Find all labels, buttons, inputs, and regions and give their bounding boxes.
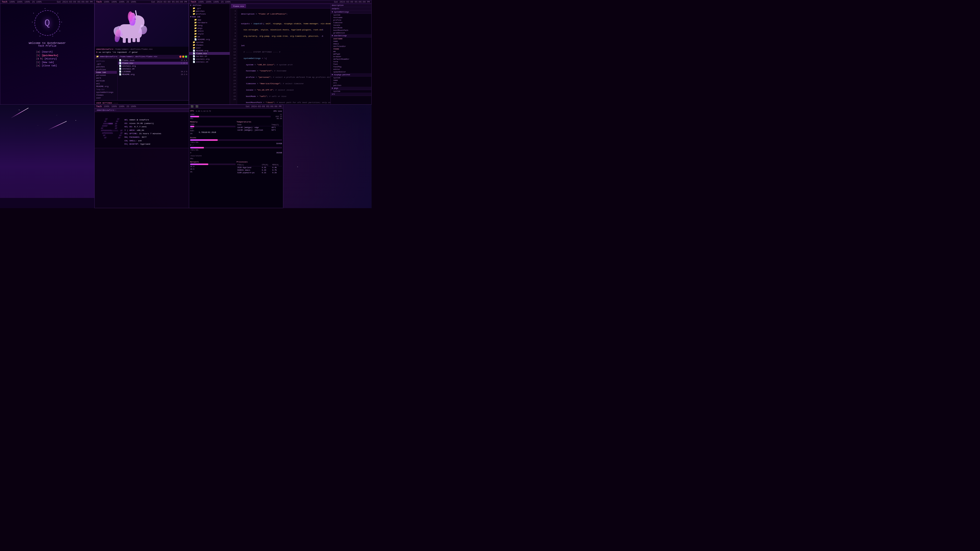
ft-patches[interactable]: 📁patches bbox=[189, 10, 230, 13]
rp-email[interactable]: email bbox=[331, 43, 371, 45]
fm-file-license[interactable]: 📄 LICENSE 34.2 K bbox=[118, 70, 188, 73]
wm-buttons bbox=[180, 56, 187, 58]
ft-root[interactable]: ▼ .dotfiles bbox=[189, 4, 230, 7]
ft-hardware[interactable]: 📁hardware bbox=[189, 21, 230, 24]
rp-wm[interactable]: wm bbox=[331, 50, 371, 53]
rp-system[interactable]: system bbox=[331, 14, 371, 16]
ft-themes[interactable]: 📁themes bbox=[189, 44, 230, 46]
mascot-art bbox=[107, 9, 153, 50]
sm-temp-row2: card0 (amdgpu): junction 58°C bbox=[237, 129, 282, 131]
tag-tech: Tech bbox=[2, 1, 7, 3]
rp-grubdevice[interactable]: grubDevice bbox=[331, 32, 371, 34]
neo-packages: MA| PACKAGES: 3577 bbox=[124, 135, 161, 139]
max-btn[interactable] bbox=[185, 56, 187, 58]
fm-item-profiles[interactable]: profiles bbox=[95, 68, 117, 71]
ft-pkgs[interactable]: 📁pkgs bbox=[189, 27, 230, 30]
sm-disks-section: Disks /dev/dm-0 / 564GB /dev/dm-0 /nix/s… bbox=[190, 137, 282, 160]
rp-bootmode[interactable]: bootMode bbox=[331, 27, 371, 29]
sm-net-bar bbox=[190, 164, 235, 165]
fm-file-flakenix[interactable]: 📄 flake.nix 2.26 K bbox=[118, 62, 188, 65]
ft-user[interactable]: 📁user bbox=[189, 46, 230, 49]
rp-term[interactable]: term bbox=[331, 60, 371, 63]
neo-desktop: RI| DESKTOP: hyprland bbox=[124, 142, 161, 146]
rp-font[interactable]: font bbox=[331, 63, 371, 65]
sm-proc-row1: 2520 Hyprland 0.35 0.4% bbox=[237, 166, 282, 169]
fm-file-readmeorg[interactable]: 📄 README.org 20.3 K bbox=[118, 73, 188, 76]
ft-profiles[interactable]: 📁profiles bbox=[189, 13, 230, 15]
rp-name[interactable]: name bbox=[331, 40, 371, 43]
fm-item-wsl[interactable]: wsl bbox=[95, 82, 117, 85]
editor-content-area[interactable]: 1234567891011121314151617181920212223242… bbox=[230, 8, 331, 104]
ft-style[interactable]: 📁style bbox=[189, 32, 230, 35]
ft-shell[interactable]: 📁shell bbox=[189, 30, 230, 32]
ft-lang[interactable]: 📁lang bbox=[189, 24, 230, 27]
ft-flakenix[interactable]: 📄flake.nix bbox=[189, 52, 230, 55]
rp-np-name[interactable]: name bbox=[331, 79, 371, 82]
rp-username[interactable]: username bbox=[331, 38, 371, 40]
ft-app[interactable]: 📁app bbox=[189, 18, 230, 21]
fm-item-readme[interactable]: README.org bbox=[95, 85, 117, 88]
close-btn[interactable] bbox=[180, 56, 181, 58]
ft-installorg[interactable]: 📄install.org bbox=[189, 58, 230, 60]
volume-status: 100% bbox=[17, 1, 22, 3]
rp-hostname[interactable]: hostname bbox=[331, 16, 371, 19]
fm-file-installsh[interactable]: 📄 install.sh bbox=[118, 67, 188, 70]
fm-file-installorg[interactable]: 📄 install.org bbox=[118, 65, 188, 67]
neo-ascii-art: // // // // /////#### // ///// // // // … bbox=[97, 118, 123, 146]
rp-dotfilesdir[interactable]: dotfilesDir bbox=[331, 45, 371, 48]
rp-section-desc: description bbox=[331, 4, 371, 7]
rp-profile[interactable]: profile bbox=[331, 19, 371, 21]
tab-flakenix[interactable]: flake.nix bbox=[231, 4, 246, 8]
term-overlay: emmet@snowfire /home/emmet/.dotfiles/fla… bbox=[95, 47, 189, 55]
rp-fontpkg[interactable]: fontPkg bbox=[331, 65, 371, 68]
qb-link-newtab[interactable]: [t] [New tab] bbox=[36, 61, 58, 65]
ft-readme2[interactable]: 📄README.org bbox=[189, 49, 230, 52]
rp-section-src: src bbox=[331, 93, 371, 96]
fm-item-syssettings[interactable]: systemSettings bbox=[95, 91, 117, 94]
rp-np-src[interactable]: src bbox=[331, 82, 371, 84]
qb-link-quickmarks[interactable]: [b] [Quickmarks] bbox=[36, 54, 58, 58]
ft-hardensh[interactable]: 📄harden.sh bbox=[189, 55, 230, 58]
fm-item-work[interactable]: work bbox=[95, 76, 117, 79]
fm-path: emmet@snowfire: /home/emmet/.dotfiles/fl… bbox=[100, 56, 158, 58]
rp-locale[interactable]: locale bbox=[331, 24, 371, 27]
fm-item-personal[interactable]: personal bbox=[95, 74, 117, 76]
ft-section-profiles[interactable]: ▼ home lab bbox=[189, 15, 230, 18]
rp-np-system[interactable]: system bbox=[331, 76, 371, 79]
rp-spawneditor[interactable]: spawnEditor bbox=[331, 71, 371, 73]
ft-readme-org[interactable]: 📄README.org bbox=[189, 38, 230, 41]
ft-wm[interactable]: 📁wm bbox=[189, 35, 230, 38]
rp-defaultroamdir[interactable]: defaultRoamDir bbox=[331, 58, 371, 60]
fm-item-user[interactable]: user bbox=[95, 97, 117, 99]
ft-git[interactable]: 📁.git bbox=[189, 7, 230, 10]
rp-pkgs-system[interactable]: system bbox=[331, 90, 371, 93]
rp-wmtype[interactable]: wmType bbox=[331, 53, 371, 56]
sm-disk-bar2 bbox=[190, 147, 282, 148]
rp-theme[interactable]: theme bbox=[331, 48, 371, 50]
fm-section-dotfiles: dotfiles bbox=[95, 59, 117, 62]
rp-bootmountpath[interactable]: bootMountPath bbox=[331, 29, 371, 32]
neo-userhost: WE| emmet @ snowfire bbox=[124, 118, 161, 122]
qb-welcome-text: Welcome to Qutebrowser Tech Profile bbox=[29, 41, 65, 48]
min-btn[interactable] bbox=[182, 56, 184, 58]
rp-browser[interactable]: browser bbox=[331, 56, 371, 58]
fm-title: 📁 bbox=[96, 56, 99, 58]
qb-link-closetab[interactable]: [x] [Close tab] bbox=[36, 64, 58, 68]
rp-timezone[interactable]: timezone bbox=[331, 21, 371, 24]
ft-installsh[interactable]: 📄install.sh bbox=[189, 60, 230, 63]
fm-item-git[interactable]: .git bbox=[95, 62, 117, 65]
topbar-left: Tech 100% 100% 100% 2S 100% Sat 2024-03-… bbox=[0, 0, 94, 4]
code-editor-window: Tech 100% 100% 100% 2S 100% Sat 2024-03-… bbox=[189, 0, 372, 105]
qb-link-search[interactable]: [o] [Search] bbox=[36, 51, 58, 54]
ft-system[interactable]: 📁system bbox=[189, 41, 230, 44]
sm-net-proc-grid: Network 36.0 10.5 0% Processes PI bbox=[190, 161, 282, 175]
fm-item-patches[interactable]: patches bbox=[95, 65, 117, 68]
fm-file-flakelock[interactable]: 📄 flake.lock 27.5 K bbox=[118, 59, 188, 62]
fm-item-homelab[interactable]: home lab bbox=[95, 71, 117, 74]
fm-item-worklab[interactable]: worklab bbox=[95, 79, 117, 82]
qb-link-history[interactable]: [S h] [History] bbox=[36, 57, 58, 61]
rp-np-patches[interactable]: patches bbox=[331, 84, 371, 87]
fm-item-themes[interactable]: themes bbox=[95, 94, 117, 97]
rp-editor[interactable]: editor bbox=[331, 68, 371, 71]
neo-kernel: KE| OS: 6.7.7-zen1 bbox=[124, 125, 161, 129]
